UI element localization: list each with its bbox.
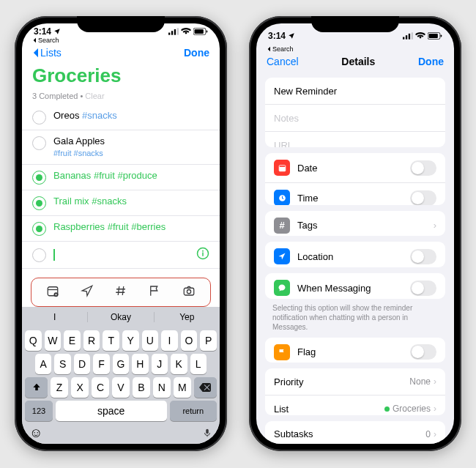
svg-rect-3 xyxy=(177,28,179,34)
shift-key[interactable] xyxy=(25,377,48,398)
reminder-checkbox[interactable] xyxy=(32,222,46,236)
hashtag-icon[interactable] xyxy=(114,284,128,300)
emoji-key[interactable]: ☺ xyxy=(29,426,42,441)
chevron-left-icon xyxy=(32,48,39,58)
location-row[interactable]: Location xyxy=(265,242,445,267)
reminder-item[interactable]: Bananas #fruit #produce xyxy=(22,165,220,190)
calendar-icon[interactable] xyxy=(45,284,60,300)
info-icon[interactable] xyxy=(196,247,209,263)
hashtag-icon: # xyxy=(274,218,290,234)
key-l[interactable]: L xyxy=(190,354,207,374)
message-icon xyxy=(274,280,290,296)
key-p[interactable]: P xyxy=(200,330,217,351)
delete-key[interactable] xyxy=(194,377,217,398)
key-z[interactable]: Z xyxy=(51,377,68,398)
flag-toggle[interactable] xyxy=(410,344,436,360)
priority-row[interactable]: Priority None› xyxy=(265,368,445,395)
key-w[interactable]: W xyxy=(45,330,62,351)
key-j[interactable]: J xyxy=(152,354,168,374)
location-arrow-icon xyxy=(288,32,295,40)
key-d[interactable]: D xyxy=(74,354,90,374)
flag-icon xyxy=(274,344,290,360)
prediction[interactable]: Yep xyxy=(154,312,220,322)
key-g[interactable]: G xyxy=(113,354,129,374)
key-b[interactable]: B xyxy=(133,377,150,398)
chevron-right-icon: › xyxy=(434,429,436,439)
reminder-checkbox[interactable] xyxy=(32,248,46,262)
key-s[interactable]: S xyxy=(54,354,70,374)
battery-icon xyxy=(193,28,208,35)
nav-done-button[interactable]: Done xyxy=(184,47,209,59)
reminder-checkbox[interactable] xyxy=(32,171,46,185)
subtasks-row[interactable]: Subtasks 0› xyxy=(265,421,445,444)
key-o[interactable]: O xyxy=(181,330,198,351)
camera-icon[interactable] xyxy=(182,284,196,300)
key-n[interactable]: N xyxy=(153,377,171,398)
svg-rect-19 xyxy=(412,32,413,39)
time-row[interactable]: Time xyxy=(265,182,445,204)
key-c[interactable]: C xyxy=(92,377,109,398)
svg-rect-16 xyxy=(403,37,404,40)
key-f[interactable]: F xyxy=(93,354,109,374)
reminder-item[interactable]: Oreos #snacks xyxy=(22,105,220,130)
key-r[interactable]: R xyxy=(83,330,100,351)
done-button[interactable]: Done xyxy=(418,56,444,67)
reminder-checkbox[interactable] xyxy=(32,111,46,125)
title-field[interactable]: New Reminder xyxy=(265,78,445,104)
notes-field[interactable]: Notes xyxy=(265,104,445,131)
reminder-item[interactable]: Trail mix #snacks xyxy=(22,190,220,216)
key-y[interactable]: Y xyxy=(122,330,139,351)
status-right xyxy=(403,32,442,40)
return-key[interactable]: return xyxy=(170,401,217,421)
phone-right: 3:14 Search Cancel Details Done New Remi… xyxy=(249,16,461,451)
messaging-row[interactable]: When Messaging xyxy=(265,273,445,299)
prediction[interactable]: I xyxy=(22,312,87,322)
key-a[interactable]: A xyxy=(35,354,51,374)
space-key[interactable]: space xyxy=(56,401,167,421)
battery-icon xyxy=(428,32,442,40)
date-toggle[interactable] xyxy=(410,160,436,176)
key-t[interactable]: T xyxy=(103,330,119,351)
svg-rect-22 xyxy=(441,34,442,37)
key-q[interactable]: Q xyxy=(25,330,42,351)
cancel-button[interactable]: Cancel xyxy=(267,56,299,67)
key-h[interactable]: H xyxy=(132,354,148,374)
date-row[interactable]: Date xyxy=(265,153,445,182)
key-m[interactable]: M xyxy=(174,377,191,398)
svg-rect-15 xyxy=(206,428,209,433)
url-field[interactable]: URL xyxy=(265,131,445,147)
key-i[interactable]: I xyxy=(161,330,178,351)
reminder-item[interactable]: Gala Apples#fruit #snacks xyxy=(22,130,220,165)
prediction[interactable]: Okay xyxy=(87,312,153,322)
flag-icon[interactable] xyxy=(147,284,162,300)
back-to-search[interactable]: Search xyxy=(256,45,454,54)
numbers-key[interactable]: 123 xyxy=(25,401,53,421)
new-reminder-input-row[interactable] xyxy=(22,242,220,269)
svg-rect-2 xyxy=(174,29,176,35)
tags-row[interactable]: # Tags › xyxy=(265,211,445,237)
reminder-checkbox[interactable] xyxy=(32,196,46,210)
key-v[interactable]: V xyxy=(112,377,130,398)
location-toggle[interactable] xyxy=(410,249,436,264)
key-x[interactable]: X xyxy=(71,377,89,398)
nav-back-lists[interactable]: Lists xyxy=(32,47,62,59)
status-time: 3:14 xyxy=(34,26,51,37)
back-to-search[interactable]: Search xyxy=(22,37,220,45)
completed-summary[interactable]: 3 Completed • Clear xyxy=(22,92,220,105)
cell-signal-icon xyxy=(403,32,413,40)
list-row[interactable]: List Groceries› xyxy=(265,395,445,415)
location-icon[interactable] xyxy=(80,284,94,300)
time-toggle[interactable] xyxy=(410,190,436,205)
reminder-item[interactable]: Raspberries #fruit #berries xyxy=(22,216,220,242)
phone-left: 3:14 Search Lists Done Groceries 3 Compl… xyxy=(15,16,227,451)
key-k[interactable]: K xyxy=(171,354,187,374)
messaging-toggle[interactable] xyxy=(410,281,436,296)
key-e[interactable]: E xyxy=(64,330,81,351)
flag-row[interactable]: Flag xyxy=(265,338,445,363)
mic-key[interactable] xyxy=(202,426,212,441)
clear-button: Clear xyxy=(85,92,104,100)
key-u[interactable]: U xyxy=(142,330,159,351)
reminder-checkbox[interactable] xyxy=(32,136,46,150)
text-cursor xyxy=(53,249,55,261)
status-time: 3:14 xyxy=(268,31,286,41)
